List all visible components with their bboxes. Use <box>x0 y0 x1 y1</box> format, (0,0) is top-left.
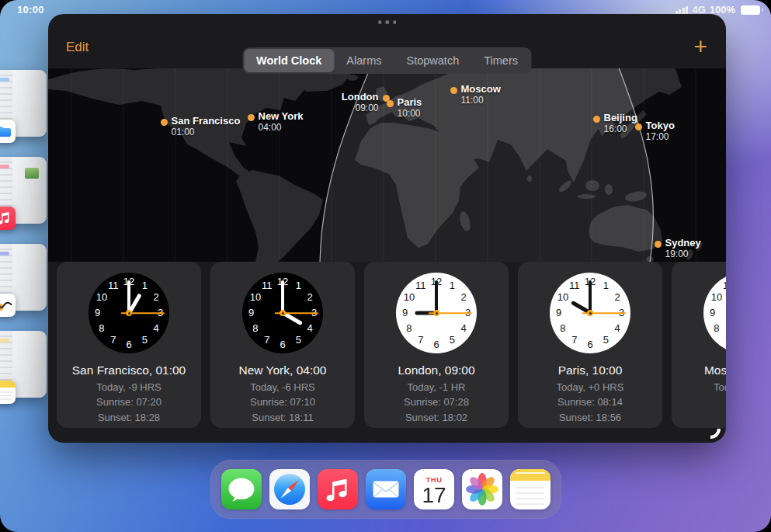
edit-button[interactable]: Edit <box>61 39 93 56</box>
world-clock-card-list: 123456789101112San Francisco, 01:00Today… <box>48 262 726 428</box>
city-name: Beijing <box>604 112 637 123</box>
recent-app-files[interactable] <box>0 70 47 137</box>
world-map: San Francisco 01:00 New York 04:00 Londo… <box>48 68 726 262</box>
add-clock-button[interactable]: + <box>689 33 712 61</box>
clock-numeral: 9 <box>552 307 566 319</box>
dock-icon-music[interactable] <box>318 469 358 509</box>
music-app-icon <box>0 207 16 230</box>
clock-numeral: 9 <box>245 307 259 319</box>
svg-text:17: 17 <box>422 483 446 507</box>
city-time: 16:00 <box>604 123 637 135</box>
city-name: Paris <box>398 96 422 108</box>
clock-hub <box>280 310 286 316</box>
clock-city-title: London, 09:00 <box>398 363 474 377</box>
city-dot-icon <box>593 116 600 123</box>
city-name: San Francisco <box>172 115 241 127</box>
dock-icon-safari[interactable] <box>269 469 310 509</box>
tab-world-clock[interactable]: World Clock <box>244 49 334 72</box>
clock-numeral: 7 <box>106 334 120 346</box>
clock-numeral: 10 <box>402 291 416 304</box>
clock-numeral: 8 <box>556 322 570 335</box>
city-time: 01:00 <box>172 127 241 138</box>
clock-numeral: 11 <box>568 280 582 292</box>
tab-stopwatch[interactable]: Stopwatch <box>394 49 471 72</box>
analog-clock-london: 123456789101112 <box>396 273 477 353</box>
clock-sunset: Sunset: 18:56 <box>559 412 621 423</box>
clock-sunset: Sunset: 18:28 <box>98 412 160 423</box>
clock-numeral: 9 <box>398 307 412 319</box>
city-dot-icon <box>248 114 255 121</box>
clock-numeral: 1 <box>291 280 305 292</box>
map-city-tokyo: Tokyo 17:00 <box>635 123 642 130</box>
status-time: 10:00 <box>17 4 44 16</box>
clock-app-window: Edit World ClockAlarmsStopwatchTimers + <box>48 14 726 443</box>
clock-sunrise: Sunrise: 07:20 <box>96 396 161 408</box>
world-clock-card-london[interactable]: 123456789101112London, 09:00Today, -1 HR… <box>364 262 509 428</box>
clock-numeral: 1 <box>137 280 151 292</box>
clock-numeral: 1 <box>599 280 613 292</box>
map-city-moscow: Moscow 11:00 <box>450 87 457 94</box>
clock-offset: Today, +0 HRS <box>557 381 624 393</box>
recent-app-notes[interactable] <box>0 331 47 398</box>
clock-sunrise: Sunrise: 07:10 <box>250 396 315 408</box>
clock-numeral: 5 <box>599 334 613 346</box>
map-city-sydney: Sydney 19:00 <box>655 241 662 248</box>
clock-numeral: 11 <box>260 280 274 292</box>
clock-offset: Today, -1 HR <box>408 381 466 393</box>
dock-icon-notes[interactable] <box>510 469 550 509</box>
recent-app-freeform[interactable] <box>0 244 47 311</box>
battery-icon <box>741 5 760 15</box>
window-resize-indicator[interactable] <box>710 429 721 439</box>
clock-numeral: 2 <box>457 291 471 304</box>
freeform-app-icon <box>0 294 16 317</box>
clock-numeral: 8 <box>710 322 724 335</box>
world-clock-card-paris[interactable]: 123456789101112Paris, 10:00Today, +0 HRS… <box>518 262 662 428</box>
analog-clock-paris: 123456789101112 <box>550 273 630 353</box>
tab-alarms[interactable]: Alarms <box>334 49 394 72</box>
clock-numeral: 10 <box>556 291 570 304</box>
city-time: 10:00 <box>398 108 422 120</box>
clock-numeral: 2 <box>303 291 317 304</box>
clock-offset: Today, -6 HRS <box>250 381 315 393</box>
notes-app-icon <box>0 381 16 404</box>
clock-sunrise: Sunrise: 07:28 <box>404 396 469 408</box>
tab-timers[interactable]: Timers <box>471 49 530 72</box>
city-time: 17:00 <box>646 131 675 143</box>
clock-numeral: 5 <box>137 334 151 346</box>
dock-icon-photos[interactable] <box>462 469 502 509</box>
world-clock-card-san-francisco[interactable]: 123456789101112San Francisco, 01:00Today… <box>57 262 201 428</box>
clock-numeral: 4 <box>457 322 471 335</box>
map-city-paris: Paris 10:00 <box>387 100 394 107</box>
cellular-signal-icon <box>675 6 689 14</box>
world-clock-card-new-york[interactable]: 123456789101112New York, 04:00Today, -6 … <box>210 262 355 428</box>
city-name: Sydney <box>665 237 701 249</box>
clock-numeral: 7 <box>260 334 274 346</box>
clock-sunset: Sunset: 18:11 <box>252 412 313 423</box>
clock-numeral: 6 <box>583 339 597 351</box>
city-dot-icon <box>387 100 394 107</box>
tab-bar: World ClockAlarmsStopwatchTimers <box>242 47 532 74</box>
dock: THU17 <box>210 460 561 519</box>
analog-clock-moscow: 123456789101112 <box>703 273 726 353</box>
clock-offset: Today, -9 HRS <box>96 381 161 393</box>
clock-numeral: 7 <box>568 334 582 346</box>
map-city-beijing: Beijing 16:00 <box>593 116 600 123</box>
clock-numeral: 8 <box>95 322 109 335</box>
recent-app-music[interactable] <box>0 157 47 224</box>
clock-numeral: 2 <box>610 291 624 304</box>
clock-numeral: 1 <box>445 280 459 292</box>
window-drag-handle[interactable] <box>378 20 397 24</box>
clock-numeral: 5 <box>445 334 459 346</box>
city-name: London <box>342 91 379 103</box>
dock-icon-messages[interactable] <box>221 469 262 509</box>
dock-icon-mail[interactable] <box>366 469 406 509</box>
city-dot-icon <box>161 119 168 126</box>
clock-numeral: 10 <box>248 291 262 304</box>
clock-numeral: 7 <box>721 334 726 346</box>
clock-city-title: Moscow, 11:00 <box>704 363 726 377</box>
city-dot-icon <box>655 241 662 248</box>
world-clock-card-moscow[interactable]: 123456789101112Moscow, 11:00Today, +1 HR… <box>672 262 726 428</box>
dock-icon-calendar[interactable]: THU17 <box>414 469 454 509</box>
city-name: New York <box>259 110 304 122</box>
city-name: Moscow <box>461 83 501 95</box>
